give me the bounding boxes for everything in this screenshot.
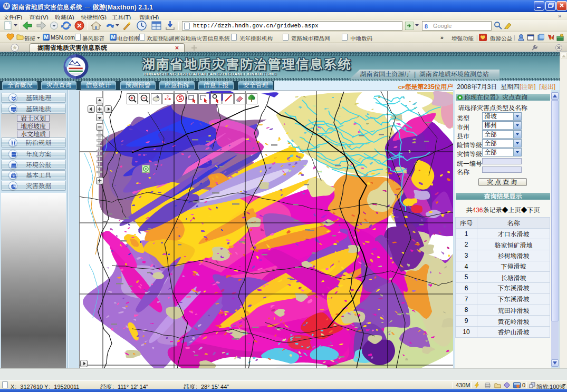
svg-text:S: S (179, 95, 182, 101)
svg-text:?: ? (167, 94, 169, 99)
svg-text:M: M (4, 3, 8, 9)
